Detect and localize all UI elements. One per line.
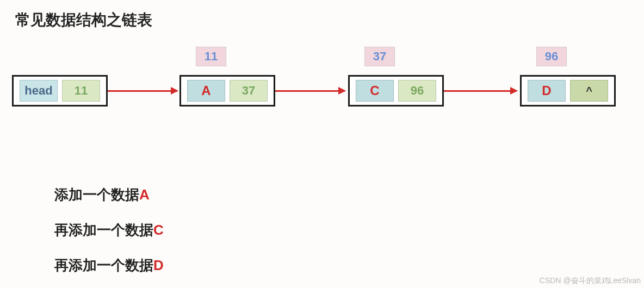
node-ptr: 11: [62, 80, 100, 102]
addr-label-2: 96: [536, 47, 567, 66]
step-text: 添加一个数据: [54, 186, 139, 203]
step-text: 再添加一个数据: [54, 257, 153, 273]
step-text: 再添加一个数据: [54, 222, 153, 238]
step-highlight: A: [139, 186, 150, 203]
node-data: head: [20, 80, 58, 102]
arrow-1: [275, 90, 345, 92]
node-ptr: ^: [570, 80, 608, 102]
node-d: D ^: [520, 75, 616, 107]
step-highlight: D: [153, 257, 164, 273]
addr-label-1: 37: [364, 47, 395, 66]
arrow-2: [444, 90, 517, 92]
node-data: C: [356, 80, 394, 102]
arrow-0: [108, 90, 177, 92]
node-ptr: 96: [398, 80, 436, 102]
step-highlight: C: [153, 222, 164, 238]
addr-label-0: 11: [196, 47, 226, 66]
node-data: A: [187, 80, 225, 102]
step-1: 再添加一个数据C: [54, 212, 164, 248]
step-2: 再添加一个数据D: [54, 248, 164, 283]
node-data: D: [528, 80, 566, 102]
page-title: 常见数据结构之链表: [15, 10, 152, 30]
node-ptr: 37: [230, 80, 268, 102]
steps-list: 添加一个数据A 再添加一个数据C 再添加一个数据D: [54, 177, 164, 283]
node-a: A 37: [179, 75, 275, 107]
node-head: head 11: [12, 75, 108, 107]
node-c: C 96: [348, 75, 444, 107]
linked-list-diagram: 11 37 96 head 11 A 37 C 96 D ^: [0, 47, 644, 123]
watermark: CSDN @奋斗的菜鸡LeeSivan: [540, 276, 641, 286]
step-0: 添加一个数据A: [54, 177, 164, 212]
